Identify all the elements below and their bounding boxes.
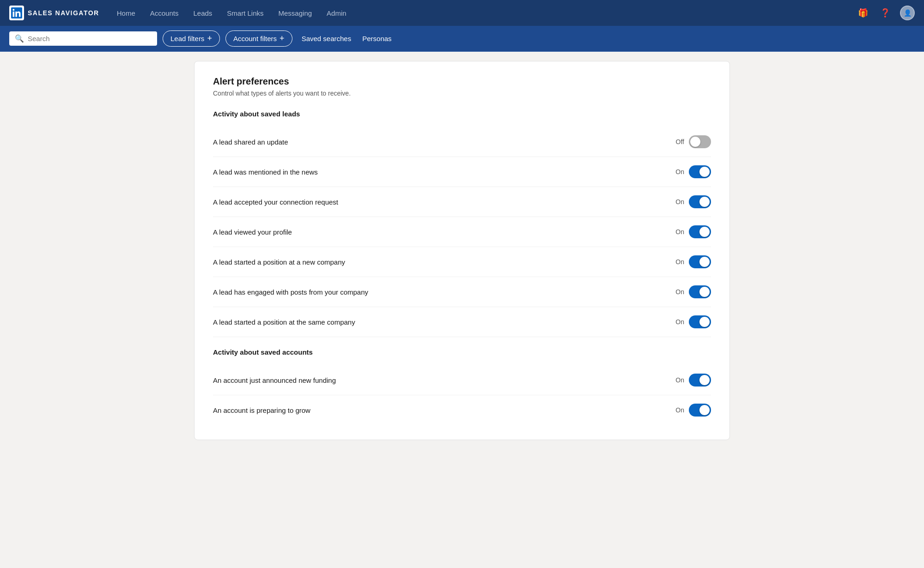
toggle-0[interactable] bbox=[689, 135, 711, 148]
toggle-knob-0 bbox=[690, 137, 700, 147]
nav-accounts[interactable]: Accounts bbox=[144, 6, 185, 21]
alert-row-0: A lead shared an update Off bbox=[213, 127, 711, 157]
account-alert-label-0: An account just announced new funding bbox=[213, 376, 336, 384]
toggle-wrapper-4: On bbox=[673, 255, 711, 268]
alert-row-6: A lead started a position at the same co… bbox=[213, 307, 711, 337]
search-wrapper[interactable]: 🔍 bbox=[9, 31, 157, 46]
page-subtitle: Control what types of alerts you want to… bbox=[213, 90, 711, 97]
toggle-wrapper-6: On bbox=[673, 315, 711, 328]
toggle-1[interactable] bbox=[689, 165, 711, 178]
toggle-5[interactable] bbox=[689, 285, 711, 298]
nav-smart-links[interactable]: Smart Links bbox=[220, 6, 270, 21]
alert-label-2: A lead accepted your connection request bbox=[213, 198, 338, 206]
content-wrapper: Alert preferences Control what types of … bbox=[185, 61, 739, 440]
gift-icon[interactable]: 🎁 bbox=[856, 6, 870, 20]
page-title: Alert preferences bbox=[213, 76, 711, 87]
alert-label-6: A lead started a position at the same co… bbox=[213, 318, 355, 326]
alert-row-3: A lead viewed your profile On bbox=[213, 217, 711, 247]
toggle-state-0: Off bbox=[673, 138, 684, 145]
account-filters-plus-icon: + bbox=[280, 34, 285, 43]
section-leads-heading: Activity about saved leads bbox=[213, 110, 711, 118]
alert-label-5: A lead has engaged with posts from your … bbox=[213, 288, 368, 296]
toggle-wrapper-0: Off bbox=[673, 135, 711, 148]
account-alert-row-1: An account is preparing to grow On bbox=[213, 395, 711, 425]
account-toggle-wrapper-1: On bbox=[673, 404, 711, 417]
toggle-state-1: On bbox=[673, 168, 684, 175]
nav-leads[interactable]: Leads bbox=[187, 6, 219, 21]
account-alert-label-1: An account is preparing to grow bbox=[213, 406, 310, 414]
search-nav-links: Saved searches Personas bbox=[302, 33, 392, 44]
nav-messaging[interactable]: Messaging bbox=[272, 6, 319, 21]
toggle-6[interactable] bbox=[689, 315, 711, 328]
account-toggle-0[interactable] bbox=[689, 374, 711, 387]
help-icon[interactable]: ❓ bbox=[878, 6, 893, 20]
navbar: Sales Navigator Home Accounts Leads Smar… bbox=[0, 0, 924, 26]
account-alert-row-0: An account just announced new funding On bbox=[213, 365, 711, 395]
account-toggle-knob-1 bbox=[699, 405, 710, 415]
account-toggle-wrapper-0: On bbox=[673, 374, 711, 387]
lead-filters-label: Lead filters bbox=[170, 35, 204, 42]
account-filters-label: Account filters bbox=[233, 35, 277, 42]
alert-label-0: A lead shared an update bbox=[213, 138, 288, 146]
toggle-wrapper-5: On bbox=[673, 285, 711, 298]
toggle-2[interactable] bbox=[689, 195, 711, 208]
account-toggle-state-0: On bbox=[673, 376, 684, 384]
alert-preferences-card: Alert preferences Control what types of … bbox=[194, 61, 730, 440]
lead-filters-button[interactable]: Lead filters + bbox=[163, 30, 220, 47]
account-toggle-knob-0 bbox=[699, 375, 710, 385]
toggle-state-5: On bbox=[673, 288, 684, 296]
toggle-knob-2 bbox=[699, 197, 710, 207]
toggle-knob-5 bbox=[699, 287, 710, 297]
brand-text: Sales Navigator bbox=[28, 9, 99, 17]
avatar[interactable]: 👤 bbox=[900, 6, 915, 20]
alert-row-5: A lead has engaged with posts from your … bbox=[213, 277, 711, 307]
toggle-state-4: On bbox=[673, 258, 684, 266]
nav-admin[interactable]: Admin bbox=[320, 6, 353, 21]
account-toggle-1[interactable] bbox=[689, 404, 711, 417]
toggle-knob-3 bbox=[699, 227, 710, 237]
search-icon: 🔍 bbox=[15, 34, 24, 43]
toggle-knob-1 bbox=[699, 167, 710, 177]
account-toggle-state-1: On bbox=[673, 406, 684, 414]
linkedin-logo bbox=[9, 6, 24, 20]
toggle-knob-4 bbox=[699, 257, 710, 267]
alert-label-3: A lead viewed your profile bbox=[213, 228, 292, 236]
brand: Sales Navigator bbox=[9, 6, 99, 20]
section-accounts-heading: Activity about saved accounts bbox=[213, 348, 711, 356]
toggle-4[interactable] bbox=[689, 255, 711, 268]
lead-filters-plus-icon: + bbox=[207, 34, 212, 43]
search-input[interactable] bbox=[28, 35, 152, 42]
toggle-state-2: On bbox=[673, 198, 684, 205]
personas-link[interactable]: Personas bbox=[362, 33, 391, 44]
toggle-3[interactable] bbox=[689, 225, 711, 238]
toggle-knob-6 bbox=[699, 317, 710, 327]
nav-links: Home Accounts Leads Smart Links Messagin… bbox=[110, 6, 856, 21]
toggle-state-3: On bbox=[673, 228, 684, 236]
alert-row-2: A lead accepted your connection request … bbox=[213, 187, 711, 217]
alert-label-4: A lead started a position at a new compa… bbox=[213, 258, 345, 266]
nav-home[interactable]: Home bbox=[110, 6, 142, 21]
saved-searches-link[interactable]: Saved searches bbox=[302, 33, 352, 44]
toggle-wrapper-1: On bbox=[673, 165, 711, 178]
alert-label-1: A lead was mentioned in the news bbox=[213, 168, 318, 176]
toggle-wrapper-2: On bbox=[673, 195, 711, 208]
search-bar: 🔍 Lead filters + Account filters + Saved… bbox=[0, 26, 924, 52]
alert-row-1: A lead was mentioned in the news On bbox=[213, 157, 711, 187]
navbar-right: 🎁 ❓ 👤 bbox=[856, 6, 915, 20]
toggle-state-6: On bbox=[673, 318, 684, 326]
account-filters-button[interactable]: Account filters + bbox=[225, 30, 292, 47]
toggle-wrapper-3: On bbox=[673, 225, 711, 238]
alert-row-4: A lead started a position at a new compa… bbox=[213, 247, 711, 277]
